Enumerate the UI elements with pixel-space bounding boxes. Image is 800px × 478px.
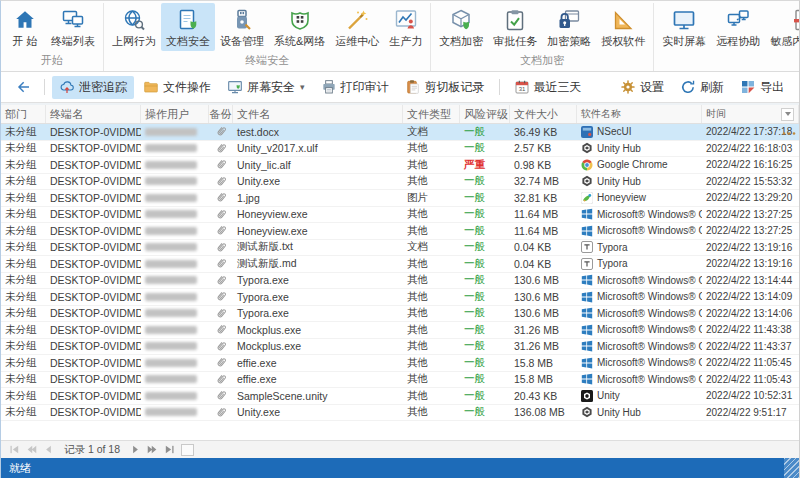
cell-software: Google Chrome: [577, 157, 702, 173]
time-value: 2022/4/22 13:14:09: [706, 291, 792, 302]
resize-grip[interactable]: [784, 458, 799, 478]
toolbar-button-clipboard-record[interactable]: 剪切板记录: [398, 76, 492, 99]
cell-time: 2022/4/22 13:19:16: [702, 256, 799, 272]
ribbon-item-terminal-list[interactable]: 终端列表: [46, 3, 100, 51]
fast-next-page-button[interactable]: [145, 443, 160, 456]
ribbon-item-approval-task[interactable]: 审批任务: [488, 3, 542, 51]
cell-size: 32.81 KB: [510, 190, 577, 206]
column-header-risk[interactable]: 风险评级: [460, 105, 510, 123]
table-row[interactable]: 未分组DESKTOP-0VIDMDJ测试新版.md其他一般0.04 KBTypo…: [1, 256, 799, 273]
table-row[interactable]: 未分组DESKTOP-0VIDMDJTypora.exe其他一般130.6 MB…: [1, 273, 799, 290]
cell-backup: [209, 405, 233, 421]
cell-filename: Typora.exe: [233, 306, 403, 322]
column-header-type[interactable]: 文件类型: [403, 105, 460, 123]
secondary-toolbar: 泄密追踪文件操作屏幕安全▾打印审计剪切板记录 31 最近三天 设置刷新导出: [1, 72, 799, 103]
cell-terminal: DESKTOP-0VIDMDJ: [46, 355, 141, 371]
first-page-button[interactable]: [7, 443, 22, 456]
column-header-backup[interactable]: 备份: [209, 105, 233, 123]
prev-page-button[interactable]: [41, 443, 56, 456]
paperclip-icon: [212, 256, 230, 272]
next-page-button[interactable]: [128, 443, 143, 456]
ribbon-item-licensed-software[interactable]: 授权软件: [596, 3, 650, 51]
date-filter-button[interactable]: 31 最近三天: [507, 76, 589, 99]
toolbar-button-settings-gear[interactable]: 设置: [613, 76, 671, 99]
table-row[interactable]: 未分组DESKTOP-0VIDMDJ测试新版.txt文档一般0.04 KBTyp…: [1, 240, 799, 257]
software-name: Unity Hub: [597, 143, 641, 154]
cell-backup: [209, 355, 233, 371]
table-row[interactable]: 未分组DESKTOP-0VIDMDJMockplus.exe其他一般31.26 …: [1, 339, 799, 356]
risk-badge: 一般: [464, 290, 485, 304]
redacted-user-blob: [145, 408, 197, 416]
cell-software: Microsoft® Windows® Oper...: [577, 339, 702, 355]
ribbon-item-device-mgmt[interactable]: 设备管理: [215, 3, 269, 51]
ribbon-item-doc-encrypt[interactable]: 文档加密: [434, 3, 488, 51]
last-page-button[interactable]: [162, 443, 177, 456]
ribbon-item-doc-security[interactable]: 文档安全: [161, 3, 215, 51]
toolbar-button-file-ops[interactable]: 文件操作: [136, 76, 218, 99]
cell-terminal: DESKTOP-0VIDMDJ: [46, 372, 141, 388]
cell-software: Microsoft® Windows® Oper...: [577, 223, 702, 239]
software-name: Microsoft® Windows® Oper...: [597, 374, 702, 385]
ribbon-item-remote-assist[interactable]: 远程协助: [711, 3, 765, 51]
ribbon-item-ops-center[interactable]: 运维中心: [330, 3, 384, 51]
time-value: 2022/4/22 13:14:06: [706, 308, 792, 319]
cell-filename: 测试新版.txt: [233, 240, 403, 256]
table-row[interactable]: 未分组DESKTOP-0VIDMDJTypora.exe其他一般130.6 MB…: [1, 289, 799, 306]
ribbon-item-web-behavior[interactable]: 上网行为: [107, 3, 161, 51]
cell-backup: [209, 157, 233, 173]
cell-risk: 一般: [460, 223, 510, 239]
toolbar-button-label: 打印审计: [341, 79, 389, 96]
ribbon-item-encrypt-policy[interactable]: 加密策略: [542, 3, 596, 51]
cell-user: [141, 124, 209, 140]
table-row[interactable]: 未分组DESKTOP-0VIDMDJMockplus.exe其他一般31.26 …: [1, 322, 799, 339]
refresh-icon: [680, 79, 696, 95]
ribbon-item-realtime-screen[interactable]: 实时屏幕: [657, 3, 711, 51]
table-row[interactable]: 未分组DESKTOP-0VIDMDJ1.jpg图片一般32.81 KBHoney…: [1, 190, 799, 207]
table-row[interactable]: 未分组DESKTOP-0VIDMDJeffie.exe其他一般15.8 MBMi…: [1, 372, 799, 389]
row-more-button[interactable]: [782, 126, 796, 137]
ribbon-item-sensitive-scan[interactable]: 敏感内容扫描: [765, 3, 800, 51]
cell-filetype: 其他: [403, 339, 460, 355]
cell-risk: 一般: [460, 355, 510, 371]
ribbon: 开 始终端列表开始上网行为文档安全设备管理系统&网络运维中心生产力终端安全文档加…: [1, 1, 799, 72]
table-row[interactable]: 未分组DESKTOP-0VIDMDJUnity_v2017.x.ulf其他一般2…: [1, 141, 799, 158]
toolbar-button-label: 屏幕安全: [247, 79, 295, 96]
column-header-filename[interactable]: 文件名: [233, 105, 403, 123]
table-row[interactable]: 未分组DESKTOP-0VIDMDJHoneyview.exe其他一般11.64…: [1, 223, 799, 240]
toolbar-button-leak-trace[interactable]: 泄密追踪: [52, 76, 134, 99]
column-header-label: 备份: [210, 107, 232, 122]
table-row[interactable]: 未分组DESKTOP-0VIDMDJeffie.exe其他一般15.8 MBMi…: [1, 355, 799, 372]
chevron-down-icon: ▾: [300, 82, 305, 92]
toolbar-button-refresh[interactable]: 刷新: [673, 76, 731, 99]
table-row[interactable]: 未分组DESKTOP-0VIDMDJSampleScene.unity其他一般2…: [1, 388, 799, 405]
cell-risk: 一般: [460, 306, 510, 322]
column-header-terminal[interactable]: 终端名: [46, 105, 141, 123]
table-row[interactable]: 未分组DESKTOP-0VIDMDJtest.docx文档一般36.49 KBN…: [1, 124, 799, 141]
ribbon-item-home[interactable]: 开 始: [4, 3, 46, 51]
column-header-size[interactable]: 文件大小: [510, 105, 577, 123]
time-value: 2022/4/22 16:18:03: [706, 143, 792, 154]
table-row[interactable]: 未分组DESKTOP-0VIDMDJUnity_lic.alf其他严重0.98 …: [1, 157, 799, 174]
risk-badge: 一般: [464, 389, 485, 403]
table-row[interactable]: 未分组DESKTOP-0VIDMDJUnity.exe其他一般32.74 MBU…: [1, 174, 799, 191]
column-header-user[interactable]: 操作用户: [141, 105, 209, 123]
filter-dropdown-icon[interactable]: [781, 108, 794, 121]
ribbon-item-productivity[interactable]: 生产力: [384, 3, 427, 51]
column-header-time[interactable]: 时间: [702, 105, 799, 123]
back-button[interactable]: [9, 76, 37, 98]
ribbon-item-sys-network[interactable]: 系统&网络: [269, 3, 330, 51]
page-size-button[interactable]: [181, 444, 194, 456]
column-header-dept[interactable]: 部门: [1, 105, 46, 123]
table-row[interactable]: 未分组DESKTOP-0VIDMDJHoneyview.exe其他一般11.64…: [1, 207, 799, 224]
toolbar-button-label: 导出: [760, 79, 784, 96]
cell-backup: [209, 372, 233, 388]
toolbar-buttons: 泄密追踪文件操作屏幕安全▾打印审计剪切板记录: [52, 76, 492, 99]
toolbar-button-export[interactable]: 导出: [733, 76, 791, 99]
column-header-software[interactable]: 软件名称: [577, 105, 702, 123]
table-row[interactable]: 未分组DESKTOP-0VIDMDJTypora.exe其他一般130.6 MB…: [1, 306, 799, 323]
cell-filetype: 其他: [403, 223, 460, 239]
toolbar-button-print-audit[interactable]: 打印审计: [314, 76, 396, 99]
toolbar-button-screen-security[interactable]: 屏幕安全▾: [220, 76, 312, 99]
table-row[interactable]: 未分组DESKTOP-0VIDMDJUnity.exe其他一般136.08 MB…: [1, 405, 799, 422]
fast-prev-page-button[interactable]: [24, 443, 39, 456]
